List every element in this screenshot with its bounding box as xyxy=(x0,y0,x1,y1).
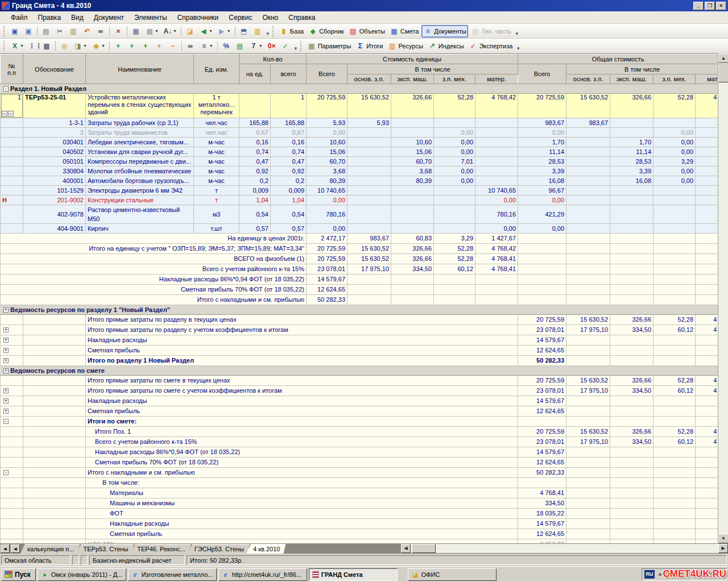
collapse-icon[interactable]: - xyxy=(3,470,9,475)
table-row[interactable]: +Накладные расходы14 579,67 xyxy=(1,335,718,346)
grid-button[interactable]: ⋮⋮ xyxy=(27,40,39,52)
menu-item-6[interactable]: Сервис xyxy=(224,12,257,23)
horizontal-scrollbar[interactable]: ◀ ▶ xyxy=(401,544,728,553)
taskbar-button-1[interactable]: eИзготовление металло... xyxy=(128,568,217,581)
sheet-tab-1[interactable]: ТЕРр53. Стены xyxy=(76,544,134,554)
table-row[interactable]: -Итоги по смете: xyxy=(1,417,718,427)
table-row[interactable]: 1-3-1Затраты труда рабочих (ср 3,1)чел.ч… xyxy=(1,118,718,128)
table-row[interactable]: В том числе: xyxy=(1,478,718,488)
vertical-scrollbar[interactable]: ▲ ▼ xyxy=(718,53,728,543)
expand-icon[interactable]: + xyxy=(3,327,9,332)
table-row[interactable]: +Ведомость ресурсов по смете xyxy=(1,366,718,376)
cut-button[interactable]: ✂ xyxy=(53,25,66,38)
book-button[interactable]: ▤ xyxy=(234,40,246,52)
table-row[interactable]: -Итого с накладными и см. прибылью50 282… xyxy=(1,468,718,478)
copy-button[interactable]: ▤ xyxy=(40,25,52,38)
expand-icon[interactable]: + xyxy=(3,368,9,373)
table-row[interactable]: +Ведомость ресурсов по разделу 1 "Новый … xyxy=(1,305,718,315)
expand-icon[interactable]: + xyxy=(3,409,9,414)
view-table-button[interactable]: ▦▼ xyxy=(143,25,160,38)
find-button[interactable]: ∞ xyxy=(94,25,107,38)
zero-percent-button[interactable]: 0× xyxy=(266,40,278,52)
taskbar-button-4[interactable]: ◪ОФИС xyxy=(408,568,497,581)
table-row[interactable]: Сметная прибыль 70% ФОТ (от 18 035,22)12… xyxy=(1,285,718,295)
toolbar-overflow-icon[interactable]: ▼ xyxy=(292,40,299,52)
table-row[interactable]: 330804Молотки отбойные пневматическием-ч… xyxy=(1,167,718,176)
table-row[interactable]: Накладные расходы14 579,67 xyxy=(1,519,718,529)
collapse-icon[interactable]: - xyxy=(3,86,9,92)
table-row[interactable]: -Раздел 1. Новый Раздел xyxy=(1,84,718,94)
position-collapse-controls[interactable]: −− xyxy=(2,111,14,117)
expand-icon[interactable]: + xyxy=(3,338,9,343)
expand-icon[interactable]: + xyxy=(3,398,9,404)
table-row[interactable]: +Итого прямые затраты по разделу с учето… xyxy=(1,325,718,335)
objects-button[interactable]: ▤Объекты xyxy=(347,25,387,38)
table-row[interactable]: Итого Поз. 120 725,5915 630,52326,6652,2… xyxy=(1,427,718,437)
preview-button[interactable]: ◎ xyxy=(58,40,71,52)
table-row[interactable]: 101-1529Электроды диаметром 6 мм Э42т0,0… xyxy=(1,186,718,196)
scroll-right-button[interactable]: ▶ xyxy=(718,544,728,553)
toolbar-overflow-icon[interactable]: ▼ xyxy=(514,25,520,38)
save-all-button[interactable]: ▣ xyxy=(22,25,35,38)
expand-icon[interactable]: + xyxy=(3,388,9,393)
tab-scroll-left2-icon[interactable]: ◀ xyxy=(11,544,20,553)
table-row[interactable]: Итого на единицу с учетом " ОЗП=15,89; Э… xyxy=(1,244,718,254)
table-row[interactable]: 2Затраты труда машинистовчел.час0,670,67… xyxy=(1,128,718,138)
excel-export-button[interactable]: X▼ xyxy=(9,40,26,52)
table-row[interactable]: 040502Установки для сварки ручной дуг...… xyxy=(1,147,718,157)
table-row[interactable]: 400001Автомобили бортовые грузоподъ...м-… xyxy=(1,176,718,186)
table-row[interactable]: Сметная прибыль12 624,65 xyxy=(1,529,718,539)
sbornik-button[interactable]: ◆Сборник xyxy=(307,25,346,38)
collapse-icon[interactable]: - xyxy=(3,419,9,424)
table-row[interactable]: +Накладные расходы14 579,67 xyxy=(1,396,718,406)
base-button[interactable]: ▮База xyxy=(278,25,305,38)
table-row[interactable]: +Итого прямые затраты по смете с учетом … xyxy=(1,386,718,396)
scroll-left-button[interactable]: ◀ xyxy=(401,544,411,553)
menu-item-0[interactable]: Файл xyxy=(6,12,33,23)
table-row[interactable]: 404-9001Кирпичт.шт0,570,570,000,000,00 xyxy=(1,224,718,234)
back-button[interactable]: ◀▼ xyxy=(197,25,214,38)
split-view-button[interactable]: ⬒ xyxy=(238,25,250,38)
sheet-tab-0[interactable]: калькуляция п... xyxy=(20,544,80,554)
table-row[interactable]: 030401Лебедки электрические, тяговым...м… xyxy=(1,138,718,147)
table-row[interactable]: 1−−ТЕРр53-25-01Устройство металлических … xyxy=(1,94,718,118)
table-row[interactable]: На единицу в ценах 2001г.2 472,17983,676… xyxy=(1,234,718,244)
table-row[interactable]: Н201-9002Конструкции стальныет1,041,040,… xyxy=(1,196,718,205)
table-row[interactable]: Итого с накладными и см. прибылью50 282,… xyxy=(1,295,718,305)
table-row[interactable]: НДС 18%9 050,82 xyxy=(1,539,718,544)
menu-item-3[interactable]: Документ xyxy=(89,12,129,23)
search-doc-button[interactable]: ∞ xyxy=(184,40,197,52)
taskbar-button-3[interactable]: ГРАНД Смета xyxy=(309,568,398,581)
menu-item-4[interactable]: Элементы xyxy=(129,12,172,23)
smeta-button[interactable]: ▦Смета xyxy=(388,25,420,38)
expand-icon[interactable]: + xyxy=(3,348,9,353)
new-window-button[interactable]: ▥ xyxy=(251,25,264,38)
table-row[interactable]: +Итого по разделу 1 Новый Раздел50 282,3… xyxy=(1,356,718,366)
table-row[interactable]: Машины и механизмы334,50 xyxy=(1,498,718,509)
forward-button[interactable]: ▶▼ xyxy=(216,25,233,38)
minimize-button[interactable]: _ xyxy=(693,2,704,10)
resources-button[interactable]: ▥Ресурсы xyxy=(386,40,424,52)
totals-button[interactable]: ΣИтоги xyxy=(354,40,384,52)
taskbar-button-0[interactable]: ●Омск (январь 2011) - Д... xyxy=(38,568,126,581)
add-resource-button[interactable]: + xyxy=(139,40,152,52)
expand-icon[interactable]: + xyxy=(3,358,9,363)
collapse-icon[interactable]: − xyxy=(8,111,14,117)
table-row[interactable]: Всего с учетом районного к-та 15%23 078,… xyxy=(1,437,718,447)
sort-button[interactable]: A↓▼ xyxy=(162,25,179,38)
toolbar-overflow-icon[interactable]: ▼ xyxy=(515,40,522,52)
table-row[interactable]: Материалы4 768,41 xyxy=(1,488,718,498)
full-percent-button[interactable]: ✓ xyxy=(279,40,292,52)
menu-item-8[interactable]: Справка xyxy=(283,12,320,23)
horizontal-scroll-thumb[interactable] xyxy=(412,544,436,553)
menu-item-5[interactable]: Справочники xyxy=(172,12,224,23)
parameters-button[interactable]: ▦Параметры xyxy=(305,40,353,52)
sheet-tab-3[interactable]: ГЭСНр53. Стены xyxy=(188,544,250,554)
remove-button[interactable]: − xyxy=(167,40,179,52)
table-row[interactable]: Всего с учетом районного к-та 15%23 078,… xyxy=(1,264,718,275)
paste-button[interactable]: ▥ xyxy=(67,25,80,38)
percent-button[interactable]: % xyxy=(220,40,233,52)
vertical-scroll-thumb[interactable] xyxy=(718,63,728,82)
indexes-button[interactable]: ↗Индексы xyxy=(426,40,466,52)
table-row[interactable]: +Сметная прибыль12 624,65 xyxy=(1,346,718,356)
